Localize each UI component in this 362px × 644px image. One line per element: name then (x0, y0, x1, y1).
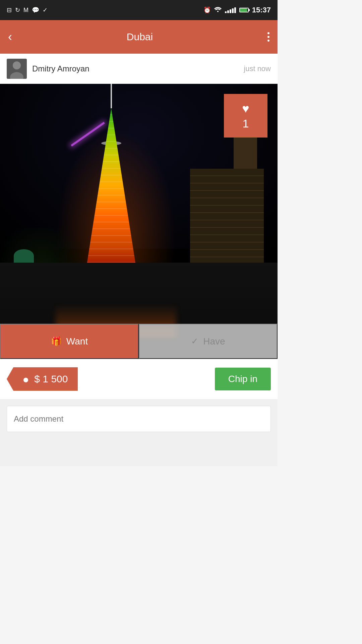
user-info: Dmitry Amroyan (7, 59, 89, 79)
scene-trees (0, 228, 83, 268)
wallet-icon: ✓ (43, 6, 48, 14)
action-buttons: 🎁 Want ✓ Have (0, 324, 278, 359)
user-row: Dmitry Amroyan just now (0, 54, 278, 84)
building-right (190, 169, 264, 263)
app-header: ‹ Dubai (0, 20, 278, 54)
menu-button[interactable] (267, 32, 269, 42)
price-row: $ 1 500 Chip in (0, 359, 278, 399)
comment-input[interactable] (14, 414, 264, 424)
heart-icon: ♥ (242, 102, 249, 116)
wind-tower (234, 135, 257, 169)
building-main (190, 169, 264, 263)
page-title: Dubai (127, 31, 153, 43)
signal-icon (225, 7, 236, 13)
want-button[interactable]: 🎁 Want (0, 324, 139, 359)
svg-point-0 (217, 11, 219, 12)
svg-point-2 (13, 61, 21, 69)
battery-icon (239, 8, 249, 12)
price-tag: $ 1 500 (7, 367, 78, 391)
check-icon: ✓ (191, 336, 198, 346)
status-bar-left: ⊟ ↻ M 💬 ✓ (7, 6, 48, 14)
status-time: 15:37 (252, 6, 271, 14)
tower-mast (111, 84, 112, 108)
comment-section (0, 399, 278, 466)
status-bar-right: ⏰ 15:37 (203, 6, 271, 14)
want-icon: 🎁 (51, 336, 62, 346)
have-button[interactable]: ✓ Have (139, 324, 278, 359)
building-windows (190, 169, 264, 263)
price-value: $ 1 500 (34, 373, 68, 384)
like-badge[interactable]: ♥ 1 (224, 94, 267, 138)
post-time: just now (244, 64, 271, 73)
alarm-icon: ⏰ (203, 6, 211, 14)
burj-al-arab-tower (78, 102, 145, 263)
wifi-icon (214, 7, 222, 14)
sim-icon: ⊟ (7, 6, 12, 14)
post-image: ♥ 1 🎁 Want ✓ Have (0, 84, 278, 359)
have-label: Have (203, 336, 225, 347)
back-button[interactable]: ‹ (8, 31, 12, 43)
user-name: Dmitry Amroyan (32, 64, 89, 73)
sync-icon: ↻ (15, 6, 20, 14)
comment-input-container[interactable] (7, 406, 271, 432)
avatar (7, 59, 27, 79)
gmail-icon: M (23, 7, 28, 14)
dubai-scene: ♥ 1 🎁 Want ✓ Have (0, 84, 278, 359)
chip-in-button[interactable]: Chip in (215, 368, 271, 390)
want-label: Want (66, 336, 88, 347)
tent-structure (14, 249, 34, 263)
status-bar: ⊟ ↻ M 💬 ✓ ⏰ 15:37 (0, 0, 278, 20)
like-count: 1 (243, 117, 249, 130)
chat-icon: 💬 (32, 6, 39, 14)
price-dot (23, 378, 28, 382)
